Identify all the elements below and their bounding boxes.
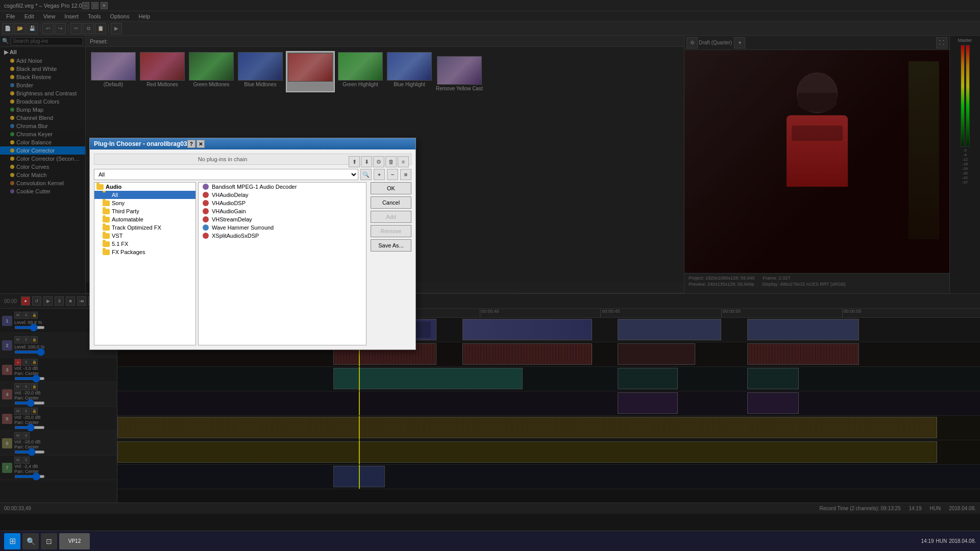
plugin-icon-bandisoft xyxy=(203,184,209,190)
folder-icon-sony xyxy=(103,201,110,206)
tree-all[interactable]: All xyxy=(94,191,195,199)
dialog-main-area: Audio All Sony Third Party xyxy=(94,182,411,345)
tree-5-1-fx[interactable]: 5.1 FX xyxy=(94,240,195,248)
folder-icon-vst xyxy=(103,233,110,239)
tree-automatable[interactable]: Automatable xyxy=(94,215,195,223)
dialog-chain-list-btn[interactable]: ≡ xyxy=(398,156,409,167)
dialog-close-btn[interactable]: ✕ xyxy=(197,140,205,148)
dialog-title: Plug-In Chooser - onarollbrag03 xyxy=(94,140,187,147)
taskbar-time: 14:19 xyxy=(921,538,934,544)
plugin-vh-gain[interactable]: VHAudioGain xyxy=(199,207,366,215)
dialog-filter-row: All Audio Video 🔍 + − ≡ xyxy=(94,169,411,180)
dialog-body: No plug-ins in chain ⬆ ⬇ ⚙ 🗑 ≡ All Audio… xyxy=(90,149,415,349)
filter-add-btn[interactable]: + xyxy=(374,169,385,180)
dialog-action-buttons: OK Cancel Add Remove Save As... xyxy=(369,182,411,345)
filter-list-btn[interactable]: ≡ xyxy=(400,169,411,180)
taskbar-task-view[interactable]: ⊡ xyxy=(41,533,57,549)
folder-icon-audio xyxy=(96,184,104,190)
tree-third-party[interactable]: Third Party xyxy=(94,207,195,215)
plugin-chooser-dialog: Plug-In Chooser - onarollbrag03 ? ✕ No p… xyxy=(89,138,416,350)
dialog-titlebar: Plug-In Chooser - onarollbrag03 ? ✕ xyxy=(90,138,415,149)
plugin-list: Bandisoft MPEG-1 Audio Decoder VHAudioDe… xyxy=(198,182,366,345)
taskbar: ⊞ 🔍 ⊡ VP12 14:19 HUN 2018.04.08. xyxy=(0,531,980,551)
plugin-icon-vh-dsp xyxy=(203,200,209,206)
dialog-chain-up-btn[interactable]: ⬆ xyxy=(349,156,360,167)
dialog-chain-delete-btn[interactable]: 🗑 xyxy=(385,156,397,167)
plugin-vh-delay[interactable]: VHAudioDelay xyxy=(199,191,366,199)
dialog-save-as-btn[interactable]: Save As... xyxy=(371,239,411,252)
folder-icon-fx-packages xyxy=(103,249,110,255)
plugin-vh-stream[interactable]: VHStreamDelay xyxy=(199,215,366,223)
plugin-filter-select[interactable]: All Audio Video xyxy=(94,169,358,180)
dialog-chain-down-btn[interactable]: ⬇ xyxy=(361,156,372,167)
filter-remove-btn[interactable]: − xyxy=(387,169,398,180)
dialog-cancel-btn[interactable]: Cancel xyxy=(371,196,411,209)
plugin-bandisoft[interactable]: Bandisoft MPEG-1 Audio Decoder xyxy=(199,183,366,191)
dialog-chain-edit-btn[interactable]: ⚙ xyxy=(373,156,384,167)
no-plugins-message: No plug-ins in chain ⬆ ⬇ ⚙ 🗑 ≡ xyxy=(94,154,411,165)
plugin-icon-vh-stream xyxy=(203,216,209,222)
plugin-xsplit[interactable]: XSplitAudioSxDSP xyxy=(199,232,366,240)
dialog-add-btn[interactable]: Add xyxy=(371,211,411,223)
taskbar-app-btn[interactable]: VP12 xyxy=(59,533,90,549)
taskbar-date: 2018.04.08. xyxy=(949,538,976,544)
taskbar-locale: HUN xyxy=(936,538,947,544)
tree-vst[interactable]: VST xyxy=(94,232,195,240)
folder-icon-automatable xyxy=(103,217,110,222)
plugin-category-tree: Audio All Sony Third Party xyxy=(94,182,196,345)
dialog-ok-btn[interactable]: OK xyxy=(371,182,411,194)
dialog-overlay: Plug-In Chooser - onarollbrag03 ? ✕ No p… xyxy=(0,0,980,551)
tree-fx-packages[interactable]: FX Packages xyxy=(94,248,195,256)
plugin-vh-dsp[interactable]: VHAudioDSP xyxy=(199,199,366,207)
tree-cat-audio[interactable]: Audio xyxy=(94,183,195,191)
plugin-icon-xsplit xyxy=(203,233,209,239)
tree-track-optimized[interactable]: Track Optimized FX xyxy=(94,223,195,232)
folder-icon-third-party xyxy=(103,209,110,214)
folder-icon-5-1 xyxy=(103,241,110,247)
plugin-wave-hammer[interactable]: Wave Hammer Surround xyxy=(199,223,366,232)
plugin-icon-wave-hammer xyxy=(203,224,209,231)
tree-sony[interactable]: Sony xyxy=(94,199,195,207)
filter-search-btn[interactable]: 🔍 xyxy=(360,169,372,180)
folder-icon-track-optimized xyxy=(103,225,110,231)
start-button[interactable]: ⊞ xyxy=(4,533,20,549)
dialog-help-btn[interactable]: ? xyxy=(187,140,195,148)
folder-icon-all xyxy=(103,192,110,198)
plugin-icon-vh-delay xyxy=(203,192,209,198)
taskbar-search[interactable]: 🔍 xyxy=(22,533,39,549)
plugin-icon-vh-gain xyxy=(203,208,209,214)
dialog-remove-btn[interactable]: Remove xyxy=(371,225,411,237)
